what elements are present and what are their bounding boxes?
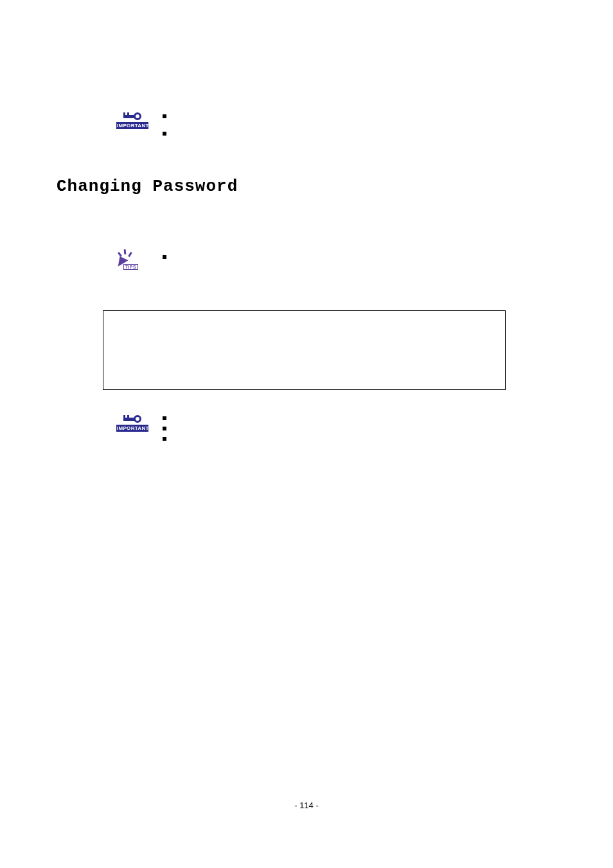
- bullet-icon: [163, 255, 166, 259]
- bullet-icon: [163, 416, 166, 420]
- important-badge: IMPORTANT: [116, 122, 148, 129]
- content-box: [103, 310, 506, 390]
- page-number: - 114 -: [283, 801, 330, 810]
- bullet-icon: [163, 427, 166, 430]
- bullet-icon: [163, 437, 166, 441]
- key-icon: [116, 112, 148, 121]
- bullet-icon: [163, 114, 166, 118]
- important-badge: IMPORTANT: [116, 425, 148, 432]
- bullet-icon: [163, 132, 166, 136]
- important-icon: IMPORTANT: [116, 112, 148, 129]
- important-icon: IMPORTANT: [116, 414, 148, 432]
- page: IMPORTANT Changing Password TIPS IMPORTA…: [0, 0, 613, 868]
- key-icon: [116, 414, 148, 423]
- tips-icon: TIPS: [116, 251, 148, 270]
- tips-badge: TIPS: [123, 264, 138, 270]
- section-heading: Changing Password: [57, 177, 238, 196]
